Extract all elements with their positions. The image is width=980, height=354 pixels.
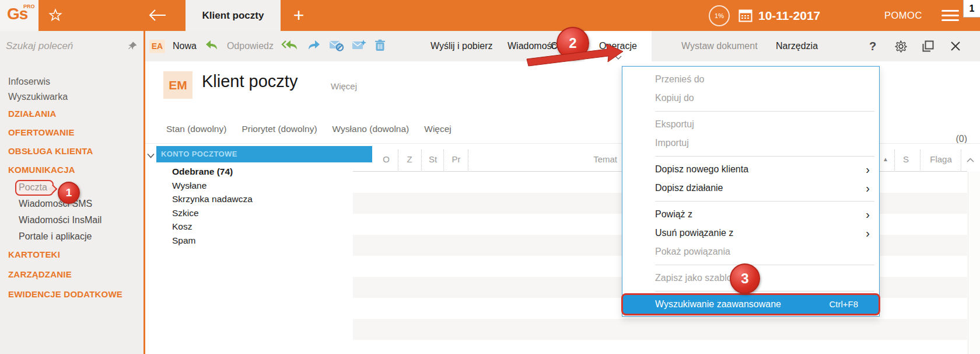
menu-item-dopisz-dzialanie[interactable]: Dopisz działanie› (622, 179, 879, 197)
calendar-icon[interactable] (738, 9, 752, 22)
sidebar-item-ofertowanie[interactable]: OFERTOWANIE (0, 123, 144, 142)
spam-envelope-icon[interactable] (329, 39, 344, 54)
folder-skrzynka-nadawcza[interactable]: Skrzynka nadawcza (172, 192, 253, 206)
send-receive-button[interactable]: Wyślij i pobierz (430, 31, 493, 61)
reply-button[interactable]: Odpowiedz (227, 41, 274, 51)
reply-all-icon[interactable] (281, 39, 299, 53)
usage-gauge: 1% (709, 5, 730, 26)
column-separator (421, 150, 422, 171)
menu-separator (655, 156, 874, 157)
account-collapse-chevron-icon[interactable] (147, 150, 155, 161)
command-search-input[interactable] (6, 31, 120, 61)
more-link[interactable]: Więcej (331, 81, 357, 91)
settings-gear-icon[interactable] (893, 31, 908, 61)
menu-item-label: Wyszukiwanie zaawansowane (655, 295, 781, 314)
reply-icon[interactable] (204, 39, 219, 53)
folder-kosz[interactable]: Kosz (172, 220, 253, 234)
sidebar-item-zarzadzanie[interactable]: ZARZĄDZANIE (0, 265, 144, 284)
title-bar: Gs PRO Klient poczty + 1% 10-11-2017 POM… (0, 0, 980, 31)
filter-stan[interactable]: Stan (dowolny) (166, 124, 226, 134)
tools-menu-button[interactable]: Narzędzia (776, 31, 818, 61)
mail-account-selected-row[interactable]: KONTO POCZTOWE (156, 146, 372, 162)
sidebar-item-ewidencje-dodatkowe[interactable]: EWIDENCJE DODATKOWE (0, 284, 144, 304)
sidebar-item-wiadomosci-insmail[interactable]: Wiadomości InsMail (0, 212, 144, 228)
sidebar-item-komunikacja[interactable]: KOMUNIKACJA (0, 161, 144, 179)
sidebar-nav: Infoserwis Wyszukiwarka DZIAŁANIA OFERTO… (0, 61, 144, 354)
column-header-pr[interactable]: Pr (447, 149, 466, 170)
new-tab-plus-icon[interactable]: + (289, 5, 309, 26)
menu-item-label: Usuń powiązanie z (655, 228, 733, 238)
column-header-o[interactable]: O (377, 149, 395, 170)
menu-item-usun-powiazanie-z[interactable]: Usuń powiązanie z› (622, 224, 879, 242)
menu-item-pokaz-powiazania[interactable]: Pokaż powiązania (622, 242, 879, 261)
column-header-temat[interactable]: Temat (559, 149, 617, 170)
delete-trash-icon[interactable] (374, 39, 386, 54)
column-header-z[interactable]: Z (401, 149, 418, 170)
sidebar-item-kartoteki[interactable]: KARTOTEKI (0, 245, 144, 265)
column-header-flaga[interactable]: Flaga (923, 149, 958, 170)
column-separator (961, 150, 961, 171)
menu-item-shortcut: Ctrl+F8 (829, 295, 858, 314)
toolbar-left-group: EA Nowa Odpowiedz (149, 31, 386, 61)
annotation-arrow (521, 42, 629, 71)
menu-item-eksportuj[interactable]: Eksportuj (622, 115, 879, 134)
filter-wiecej[interactable]: Więcej (424, 124, 452, 134)
vertical-scrollbar[interactable] (968, 172, 980, 354)
close-icon[interactable] (948, 31, 963, 61)
menu-item-kopiuj-do[interactable]: Kopiuj do (622, 89, 879, 107)
email-module-icon: EA (149, 40, 165, 53)
mail-account-label: KONTO POCZTOWE (156, 146, 372, 162)
column-separator (920, 150, 921, 171)
scroll-up-icon[interactable] (964, 149, 976, 170)
app-logo-pro-label: PRO (23, 4, 35, 9)
folder-spam[interactable]: Spam (172, 234, 253, 248)
menu-item-label: Dopisz działanie (655, 183, 723, 193)
help-icon[interactable]: ? (865, 31, 880, 61)
annotation-highlight-poczta (15, 180, 54, 196)
column-separator (443, 150, 444, 171)
app-logo: Gs PRO (0, 0, 38, 31)
menu-separator (655, 111, 874, 112)
menu-item-powiaz-z[interactable]: Powiąż z› (622, 205, 879, 224)
folder-wyslane[interactable]: Wysłane (172, 179, 253, 193)
annotation-step-1: 1 (58, 182, 80, 204)
sidebar-item-wyszukiwarka[interactable]: Wyszukiwarka (0, 89, 144, 105)
new-mail-envelope-icon[interactable] (352, 39, 367, 54)
menu-separator (655, 291, 874, 291)
pin-icon[interactable] (128, 41, 138, 53)
menu-item-wyszukiwanie-zaawansowane[interactable]: Wyszukiwanie zaawansowane Ctrl+F8 (622, 295, 879, 314)
tab-klient-poczty[interactable]: Klient poczty (186, 0, 281, 31)
column-header-st[interactable]: St (424, 149, 442, 170)
sidebar-item-portale-i-aplikacje[interactable]: Portale i aplikacje (0, 228, 144, 245)
module-badge: EM (163, 71, 192, 99)
column-header-s[interactable]: S (897, 149, 915, 170)
sidebar-item-infoserwis[interactable]: Infoserwis (0, 74, 144, 89)
back-arrow-icon[interactable] (147, 6, 168, 25)
usage-gauge-value: 1% (715, 12, 724, 19)
forward-icon[interactable] (306, 39, 321, 53)
folder-list: Odebrane (74) Wysłane Skrzynka nadawcza … (172, 165, 253, 247)
hamburger-menu-icon[interactable] (942, 10, 959, 24)
menu-item-przenies-do[interactable]: Przenieś do (622, 70, 879, 89)
annotation-step-3: 3 (730, 263, 760, 294)
submenu-arrow-icon: › (866, 224, 870, 242)
current-date[interactable]: 10-11-2017 (758, 0, 820, 31)
filter-wyslano[interactable]: Wysłano (dowolna) (332, 124, 410, 134)
submenu-arrow-icon: › (866, 205, 870, 224)
sidebar-item-obsluga-klienta[interactable]: OBSŁUGA KLIENTA (0, 142, 144, 161)
restore-window-icon[interactable] (921, 31, 936, 61)
favorites-star-icon[interactable] (48, 8, 63, 23)
sort-ascending-icon[interactable]: ▲ (880, 149, 891, 170)
new-message-button[interactable]: Nowa (173, 41, 197, 51)
issue-document-button[interactable]: Wystaw dokument (681, 31, 758, 61)
filter-bar: Stan (dowolny) Priorytet (dowolny) Wysła… (166, 119, 452, 140)
folder-szkice[interactable]: Szkice (172, 206, 253, 220)
column-separator (468, 150, 468, 171)
app-window: Gs PRO Klient poczty + 1% 10-11-2017 POM… (0, 0, 980, 354)
menu-item-dopisz-nowego-klienta[interactable]: Dopisz nowego klienta› (622, 160, 879, 179)
filter-priorytet[interactable]: Priorytet (dowolny) (242, 124, 317, 134)
help-menu[interactable]: POMOC (884, 0, 922, 31)
sidebar-item-dzialania[interactable]: DZIAŁANIA (0, 105, 144, 123)
folder-odebrane[interactable]: Odebrane (74) (172, 165, 253, 179)
menu-item-importuj[interactable]: Importuj (622, 134, 879, 152)
